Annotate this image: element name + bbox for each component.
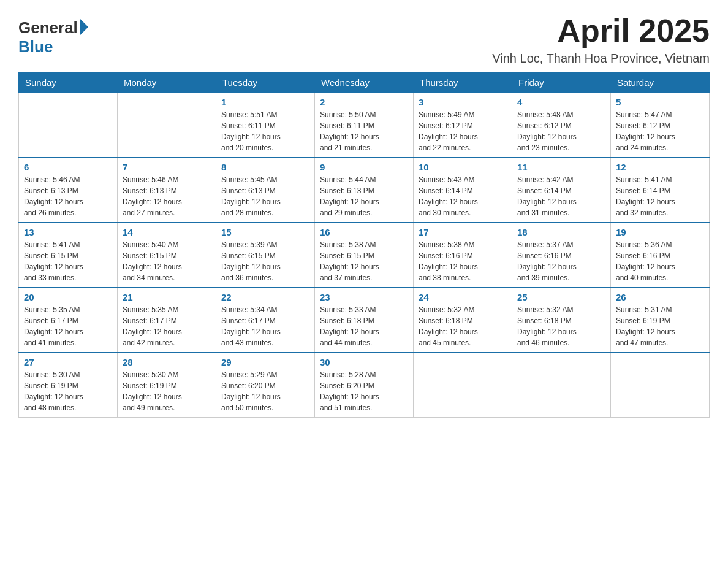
calendar-cell: 26Sunrise: 5:31 AMSunset: 6:19 PMDayligh…	[611, 288, 710, 353]
calendar-cell: 16Sunrise: 5:38 AMSunset: 6:15 PMDayligh…	[315, 223, 414, 288]
day-info: Sunrise: 5:38 AMSunset: 6:16 PMDaylight:…	[419, 239, 507, 283]
day-number: 18	[517, 227, 605, 237]
calendar-week-row: 13Sunrise: 5:41 AMSunset: 6:15 PMDayligh…	[19, 223, 710, 288]
day-info: Sunrise: 5:38 AMSunset: 6:15 PMDaylight:…	[320, 239, 408, 283]
logo: General Blue	[18, 18, 88, 56]
day-info: Sunrise: 5:44 AMSunset: 6:13 PMDaylight:…	[320, 174, 408, 218]
day-info: Sunrise: 5:34 AMSunset: 6:17 PMDaylight:…	[221, 304, 309, 348]
logo-arrow-icon	[80, 18, 88, 36]
day-info: Sunrise: 5:28 AMSunset: 6:20 PMDaylight:…	[320, 369, 408, 413]
day-info: Sunrise: 5:32 AMSunset: 6:18 PMDaylight:…	[419, 304, 507, 348]
day-number: 27	[24, 357, 112, 367]
day-number: 16	[320, 227, 408, 237]
day-number: 21	[123, 292, 211, 302]
calendar-cell: 4Sunrise: 5:48 AMSunset: 6:12 PMDaylight…	[512, 93, 611, 158]
day-number: 3	[419, 97, 507, 107]
day-info: Sunrise: 5:37 AMSunset: 6:16 PMDaylight:…	[517, 239, 605, 283]
day-number: 9	[320, 162, 408, 172]
day-number: 19	[616, 227, 704, 237]
calendar-cell	[19, 93, 118, 158]
day-number: 23	[320, 292, 408, 302]
calendar-table: SundayMondayTuesdayWednesdayThursdayFrid…	[18, 72, 710, 418]
day-info: Sunrise: 5:30 AMSunset: 6:19 PMDaylight:…	[123, 369, 211, 413]
day-info: Sunrise: 5:31 AMSunset: 6:19 PMDaylight:…	[616, 304, 704, 348]
day-number: 4	[517, 97, 605, 107]
calendar-week-row: 27Sunrise: 5:30 AMSunset: 6:19 PMDayligh…	[19, 353, 710, 418]
day-info: Sunrise: 5:45 AMSunset: 6:13 PMDaylight:…	[221, 174, 309, 218]
calendar-cell: 21Sunrise: 5:35 AMSunset: 6:17 PMDayligh…	[118, 288, 216, 353]
calendar-header-saturday: Saturday	[611, 72, 710, 93]
calendar-cell: 19Sunrise: 5:36 AMSunset: 6:16 PMDayligh…	[611, 223, 710, 288]
calendar-cell: 17Sunrise: 5:38 AMSunset: 6:16 PMDayligh…	[414, 223, 512, 288]
calendar-cell: 24Sunrise: 5:32 AMSunset: 6:18 PMDayligh…	[414, 288, 512, 353]
day-info: Sunrise: 5:50 AMSunset: 6:11 PMDaylight:…	[320, 109, 408, 153]
day-info: Sunrise: 5:32 AMSunset: 6:18 PMDaylight:…	[517, 304, 605, 348]
calendar-header-tuesday: Tuesday	[216, 72, 315, 93]
calendar-cell: 2Sunrise: 5:50 AMSunset: 6:11 PMDaylight…	[315, 93, 414, 158]
day-number: 12	[616, 162, 704, 172]
day-number: 17	[419, 227, 507, 237]
calendar-cell	[414, 353, 512, 418]
day-info: Sunrise: 5:29 AMSunset: 6:20 PMDaylight:…	[221, 369, 309, 413]
calendar-cell	[512, 353, 611, 418]
day-number: 20	[24, 292, 112, 302]
calendar-cell: 8Sunrise: 5:45 AMSunset: 6:13 PMDaylight…	[216, 158, 315, 223]
day-number: 22	[221, 292, 309, 302]
calendar-cell: 25Sunrise: 5:32 AMSunset: 6:18 PMDayligh…	[512, 288, 611, 353]
day-number: 30	[320, 357, 408, 367]
day-info: Sunrise: 5:35 AMSunset: 6:17 PMDaylight:…	[24, 304, 112, 348]
calendar-header-friday: Friday	[512, 72, 611, 93]
calendar-cell: 1Sunrise: 5:51 AMSunset: 6:11 PMDaylight…	[216, 93, 315, 158]
day-info: Sunrise: 5:48 AMSunset: 6:12 PMDaylight:…	[517, 109, 605, 153]
calendar-cell	[118, 93, 216, 158]
header: General Blue April 2025 Vinh Loc, Thanh …	[18, 12, 710, 66]
day-info: Sunrise: 5:46 AMSunset: 6:13 PMDaylight:…	[24, 174, 112, 218]
day-info: Sunrise: 5:35 AMSunset: 6:17 PMDaylight:…	[123, 304, 211, 348]
calendar-cell: 20Sunrise: 5:35 AMSunset: 6:17 PMDayligh…	[19, 288, 118, 353]
day-info: Sunrise: 5:30 AMSunset: 6:19 PMDaylight:…	[24, 369, 112, 413]
day-number: 11	[517, 162, 605, 172]
day-number: 13	[24, 227, 112, 237]
calendar-cell: 12Sunrise: 5:41 AMSunset: 6:14 PMDayligh…	[611, 158, 710, 223]
title-area: April 2025 Vinh Loc, Thanh Hoa Province,…	[492, 12, 710, 66]
calendar-cell: 18Sunrise: 5:37 AMSunset: 6:16 PMDayligh…	[512, 223, 611, 288]
day-info: Sunrise: 5:39 AMSunset: 6:15 PMDaylight:…	[221, 239, 309, 283]
day-number: 10	[419, 162, 507, 172]
calendar-header-thursday: Thursday	[414, 72, 512, 93]
day-info: Sunrise: 5:36 AMSunset: 6:16 PMDaylight:…	[616, 239, 704, 283]
location-title: Vinh Loc, Thanh Hoa Province, Vietnam	[492, 52, 710, 66]
day-number: 7	[123, 162, 211, 172]
day-number: 25	[517, 292, 605, 302]
calendar-cell: 15Sunrise: 5:39 AMSunset: 6:15 PMDayligh…	[216, 223, 315, 288]
calendar-cell: 6Sunrise: 5:46 AMSunset: 6:13 PMDaylight…	[19, 158, 118, 223]
calendar-cell: 29Sunrise: 5:29 AMSunset: 6:20 PMDayligh…	[216, 353, 315, 418]
calendar-week-row: 6Sunrise: 5:46 AMSunset: 6:13 PMDaylight…	[19, 158, 710, 223]
calendar-header-wednesday: Wednesday	[315, 72, 414, 93]
calendar-week-row: 1Sunrise: 5:51 AMSunset: 6:11 PMDaylight…	[19, 93, 710, 158]
calendar-cell: 30Sunrise: 5:28 AMSunset: 6:20 PMDayligh…	[315, 353, 414, 418]
calendar-week-row: 20Sunrise: 5:35 AMSunset: 6:17 PMDayligh…	[19, 288, 710, 353]
day-number: 14	[123, 227, 211, 237]
day-info: Sunrise: 5:40 AMSunset: 6:15 PMDaylight:…	[123, 239, 211, 283]
day-info: Sunrise: 5:43 AMSunset: 6:14 PMDaylight:…	[419, 174, 507, 218]
day-number: 29	[221, 357, 309, 367]
calendar-cell: 28Sunrise: 5:30 AMSunset: 6:19 PMDayligh…	[118, 353, 216, 418]
day-info: Sunrise: 5:41 AMSunset: 6:14 PMDaylight:…	[616, 174, 704, 218]
calendar-cell: 11Sunrise: 5:42 AMSunset: 6:14 PMDayligh…	[512, 158, 611, 223]
calendar-cell: 10Sunrise: 5:43 AMSunset: 6:14 PMDayligh…	[414, 158, 512, 223]
day-number: 24	[419, 292, 507, 302]
logo-blue-text: Blue	[18, 37, 88, 56]
day-number: 1	[221, 97, 309, 107]
day-info: Sunrise: 5:46 AMSunset: 6:13 PMDaylight:…	[123, 174, 211, 218]
calendar-cell: 13Sunrise: 5:41 AMSunset: 6:15 PMDayligh…	[19, 223, 118, 288]
month-title: April 2025	[492, 12, 710, 49]
calendar-header-monday: Monday	[118, 72, 216, 93]
calendar-cell: 22Sunrise: 5:34 AMSunset: 6:17 PMDayligh…	[216, 288, 315, 353]
day-number: 15	[221, 227, 309, 237]
calendar-cell: 3Sunrise: 5:49 AMSunset: 6:12 PMDaylight…	[414, 93, 512, 158]
day-number: 6	[24, 162, 112, 172]
calendar-header-row: SundayMondayTuesdayWednesdayThursdayFrid…	[19, 72, 710, 93]
calendar-cell: 14Sunrise: 5:40 AMSunset: 6:15 PMDayligh…	[118, 223, 216, 288]
day-info: Sunrise: 5:42 AMSunset: 6:14 PMDaylight:…	[517, 174, 605, 218]
day-number: 2	[320, 97, 408, 107]
